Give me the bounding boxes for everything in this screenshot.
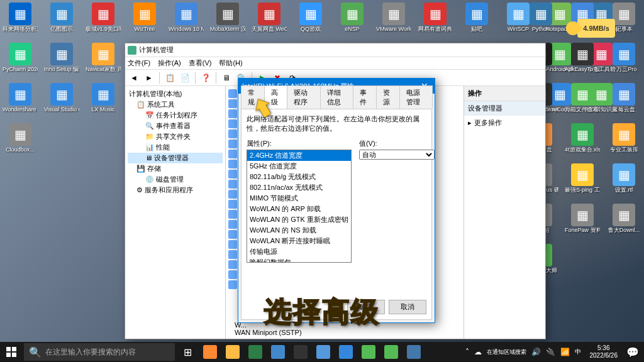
prop-tab[interactable]: 驱动程序 — [287, 85, 320, 109]
toolbar-device-icon[interactable]: 🖥 — [220, 72, 233, 84]
desktop-icon[interactable]: ▦鲁大Downl... — [606, 204, 641, 244]
property-option[interactable]: 802.11a/b/g 无线模式 — [247, 172, 351, 182]
desktop-icon[interactable]: ▦最强S-ping 工具 — [565, 163, 600, 204]
tree-node[interactable]: 📁 共享文件夹 — [128, 131, 223, 142]
mmc-actions-pane: 操作 设备管理器▸更多操作 — [464, 86, 545, 339]
tray-expand-icon[interactable]: ˄ — [465, 348, 469, 356]
desktop-icon[interactable]: ▦QQ游戏 — [293, 3, 328, 43]
taskbar-app-8[interactable] — [357, 342, 380, 362]
desktop-icon[interactable]: ▦蓝莓云盘 — [606, 83, 641, 123]
desktop-icon[interactable]: ▦极域v1.9免口味版 — [86, 3, 121, 43]
tree-node[interactable]: 💿 磁盘管理 — [128, 174, 223, 185]
property-option[interactable]: 2.4GHz 信道宽度 — [247, 150, 351, 161]
taskbar-app-5[interactable] — [289, 342, 312, 362]
desktop-icon[interactable]: ▦Navicat家数 库工具_V11 — [86, 43, 121, 83]
tray-search-text: 在通知区域搜索 — [487, 348, 526, 356]
taskbar-app-2[interactable] — [221, 342, 244, 362]
property-option[interactable]: 传输电源 — [247, 246, 351, 257]
desktop-icon[interactable]: ▦Windows 10 Manager — [169, 3, 204, 43]
desktop-icon[interactable]: ▦设置.rtf — [606, 163, 641, 204]
toolbar-props-icon[interactable]: 📄 — [179, 72, 191, 84]
tree-node[interactable]: 🖥 设备管理器 — [128, 153, 223, 163]
taskbar-app-9[interactable] — [380, 342, 402, 362]
property-option[interactable]: WoWLAN 的 ARP 卸载 — [247, 204, 351, 214]
desktop-icon[interactable]: ▦PyCharm 2020.1 x64 — [3, 43, 38, 83]
desktop-icon[interactable]: ▦万能文件查看器.exe — [565, 83, 600, 123]
property-option[interactable]: WoWLAN 的 GTK 重新生成密钥 — [247, 214, 351, 225]
menu-item[interactable]: 文件(F) — [128, 58, 150, 68]
tray-volume-icon[interactable]: 🔊 — [531, 348, 541, 356]
ime-indicator[interactable]: 中 — [575, 348, 581, 356]
desktop-icon[interactable]: ▦Inno Setup 编译器 — [44, 43, 79, 83]
tree-node[interactable]: 📋 系统工具 — [128, 99, 223, 110]
property-listbox[interactable]: 2.4GHz 信道宽度5GHz 信道宽度802.11a/b/g 无线模式802.… — [247, 150, 352, 263]
desktop-icon[interactable]: ▦Visual Studio Code — [44, 83, 79, 123]
menu-item[interactable]: 操作(A) — [158, 58, 181, 68]
tree-node[interactable]: 📊 性能 — [128, 142, 223, 153]
value-select[interactable]: 自动 — [359, 150, 435, 160]
svg-rect-2 — [6, 353, 11, 357]
notification-center-icon[interactable]: 💬 — [621, 342, 644, 362]
tray-cloud-icon[interactable]: ☁ — [474, 348, 482, 356]
property-option[interactable]: MIMO 节能模式 — [247, 193, 351, 204]
desktop-icon[interactable]: ▦Cloudbox... — [3, 123, 38, 163]
desktop-icon[interactable]: ▦Python — [523, 3, 558, 43]
action-item[interactable]: 设备管理器 — [464, 101, 545, 116]
toolbar-forward-icon[interactable]: ► — [143, 72, 155, 84]
desktop-icon[interactable]: ▦4t游戏集合.xls — [565, 123, 600, 163]
desktop-icon[interactable]: ▦eNSP — [335, 3, 370, 43]
taskbar-app-1[interactable] — [199, 342, 221, 362]
prop-tab[interactable]: 资源 — [376, 85, 400, 109]
search-icon: 🔍 — [29, 346, 42, 358]
taskbar-app-10[interactable] — [402, 342, 425, 362]
tray-power-icon[interactable]: 🔌 — [546, 348, 555, 356]
taskbar-clock[interactable]: 5:36 2022/6/26 — [586, 344, 622, 359]
taskbar-search[interactable]: 🔍 — [24, 343, 175, 361]
desktop-icon[interactable]: ▦天翼网盘 WeGame版 — [252, 3, 287, 43]
toolbar-up-icon[interactable]: 📋 — [164, 72, 176, 84]
prop-description: 此网络适配器可使用下列属性。在左边单击你想更改的属性，然后在右边选择它的值。 — [247, 114, 426, 134]
desktop-icon[interactable]: ▦VMware Workstati... — [376, 3, 411, 43]
prop-tab[interactable]: 电源管理 — [399, 85, 433, 109]
desktop-icon[interactable]: ▦MobaXterm 汉化版 — [210, 3, 245, 43]
desktop-icon[interactable]: ▦LX Music — [86, 83, 121, 123]
taskbar-app-7[interactable] — [335, 342, 357, 362]
cancel-button[interactable]: 取消 — [389, 300, 426, 314]
tray-wifi-icon[interactable]: 📶 — [560, 348, 570, 356]
property-option[interactable]: 唤醒幻数据包 — [247, 257, 351, 263]
property-option[interactable]: 5GHz 信道宽度 — [247, 161, 351, 172]
desktop-icon[interactable]: ▦贴吧 — [459, 3, 494, 43]
tree-node[interactable]: ⚙ 服务和应用程序 — [128, 185, 223, 195]
property-option[interactable]: WoWLAN 的 NS 卸载 — [247, 225, 351, 236]
taskbar-app-6[interactable] — [312, 342, 335, 362]
taskbar-app-3[interactable] — [244, 342, 267, 362]
desktop-icon[interactable]: ▦亿图图示 — [44, 3, 79, 43]
tree-node[interactable]: 🔍 事件查看器 — [128, 121, 223, 131]
desktop-icon[interactable]: ▦WizTree — [127, 3, 162, 43]
toolbar-help-icon[interactable]: ❓ — [199, 72, 212, 84]
desktop-icon[interactable]: ▦网易有道词典 — [418, 3, 453, 43]
action-item[interactable]: ▸更多操作 — [464, 116, 545, 130]
desktop-icon[interactable]: ▦FonePaw 资料恢复 — [565, 204, 600, 244]
tree-node[interactable]: 计算机管理(本地) — [128, 89, 223, 99]
desktop-icon[interactable]: ▦专业工装库 — [606, 123, 641, 163]
toolbar-back-icon[interactable]: ◄ — [128, 72, 140, 84]
task-view-icon[interactable]: ⊞ — [176, 342, 199, 362]
mmc-titlebar[interactable]: 计算机管理 — [125, 43, 545, 57]
tree-node[interactable]: 📅 任务计划程序 — [128, 110, 223, 121]
desktop-icon[interactable]: ▦科来网络分析系统2020 — [3, 3, 38, 43]
desktop-icon[interactable]: ▦ApkEasyTo 反编译 — [565, 43, 600, 83]
taskbar: 🔍 ⊞ ˄ ☁ 在通知区域搜索 🔊 🔌 📶 中 5:36 2022/6/26 💬 — [0, 342, 644, 362]
property-option[interactable]: 802.11n/ac/ax 无线模式 — [247, 182, 351, 193]
prop-tab[interactable]: 事件 — [353, 85, 377, 109]
desktop-icon[interactable]: ▦Wondershare Recoverit — [3, 83, 38, 123]
tree-node[interactable]: 💾 存储 — [128, 163, 223, 174]
property-option[interactable]: WoWLAN 断开连接时睡眠 — [247, 236, 351, 246]
desktop-icon[interactable]: ▦一万三Pro — [606, 43, 641, 83]
taskbar-app-4[interactable] — [267, 342, 289, 362]
prop-tab[interactable]: 详细信息 — [320, 85, 353, 109]
start-button[interactable] — [0, 342, 23, 362]
menu-item[interactable]: 查看(V) — [189, 58, 212, 68]
menu-item[interactable]: 帮助(H) — [219, 58, 242, 68]
search-input[interactable] — [45, 348, 170, 356]
